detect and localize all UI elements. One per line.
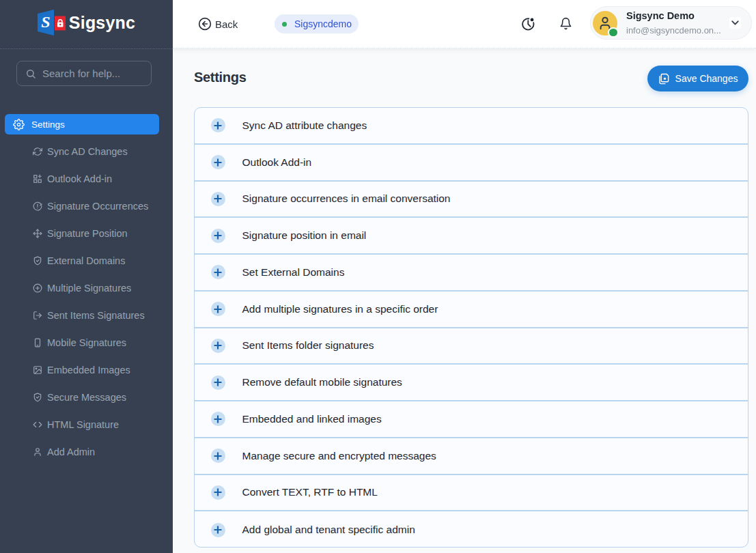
svg-text:S: S: [41, 13, 50, 31]
